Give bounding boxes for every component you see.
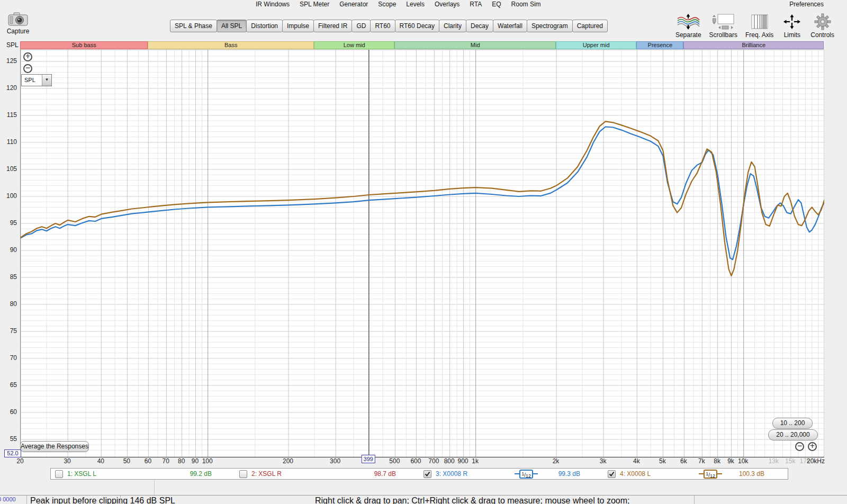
- menu-item-eq[interactable]: EQ: [492, 1, 501, 8]
- x-tick-label: 13k: [769, 457, 779, 465]
- tab-waterfall[interactable]: Waterfall: [493, 20, 527, 32]
- range-10-200-button[interactable]: 10 .. 200: [772, 418, 813, 429]
- smoothing-value: 1/12: [704, 470, 717, 479]
- y-zoom-out-button[interactable]: −: [23, 64, 32, 73]
- band-upper-mid: Upper mid: [556, 41, 636, 49]
- x-tick-label: 9k: [727, 457, 734, 465]
- menu-item-overlays[interactable]: Overlays: [435, 1, 459, 8]
- scrollbars-button[interactable]: Scrollbars: [709, 13, 737, 39]
- y-zoom-in-button[interactable]: +: [23, 52, 32, 61]
- x-tick-label: 7k: [698, 457, 705, 465]
- legend-measurement-name: 3: X0008 R: [436, 470, 467, 478]
- x-tick-label: 2k: [553, 457, 560, 465]
- controls-button[interactable]: Controls: [810, 13, 834, 39]
- x-tick-label: 800: [444, 457, 455, 465]
- capture-button[interactable]: Capture: [3, 12, 33, 35]
- tab-rt60-decay[interactable]: RT60 Decay: [395, 20, 439, 32]
- chevron-down-icon[interactable]: ▼: [42, 75, 51, 86]
- checkbox-unchecked[interactable]: [55, 470, 63, 478]
- x-tick-label: 70: [163, 457, 169, 465]
- x-tick-label: 20kHz: [807, 457, 825, 465]
- band-bass: Bass: [148, 41, 314, 49]
- x-tick-label: 300: [330, 457, 340, 465]
- menu-item-spl-meter[interactable]: SPL Meter: [300, 1, 329, 8]
- check-icon: [608, 471, 615, 478]
- x-tick-label: 30: [64, 457, 70, 465]
- y-tick-label: 75: [0, 327, 17, 335]
- scrollbars-label: Scrollbars: [709, 31, 737, 39]
- x-tick-label: 600: [410, 457, 421, 465]
- limits-icon: [781, 13, 803, 30]
- legend-item-3-x0008-r: 3: X0008 R1/1299.3 dB: [419, 469, 603, 479]
- menu-item-ir-windows[interactable]: IR Windows: [256, 1, 290, 8]
- trace-line-right: [717, 473, 722, 474]
- x-tick-label: 6k: [680, 457, 687, 465]
- freq-axis-label: Freq. Axis: [745, 31, 773, 39]
- range-20-20000-button[interactable]: 20 .. 20,000: [768, 429, 818, 440]
- band-low-mid: Low mid: [314, 41, 394, 49]
- checkbox-checked[interactable]: [424, 470, 431, 478]
- tab-filtered-ir[interactable]: Filtered IR: [313, 20, 352, 32]
- separate-label: Separate: [675, 31, 701, 39]
- x-tick-label: 100: [202, 457, 213, 465]
- limits-button[interactable]: Limits: [781, 13, 803, 39]
- smoothing-badge[interactable]: 1/12: [515, 470, 538, 479]
- trace-line-left: [699, 473, 704, 474]
- legend-measurement-name: 4: X0008 L: [620, 470, 651, 478]
- freq-axis-button[interactable]: Freq. Axis: [745, 13, 773, 39]
- y-tick-label: 65: [0, 381, 17, 389]
- band-presence: Presence: [636, 41, 683, 49]
- menu-item-levels[interactable]: Levels: [406, 1, 425, 8]
- tab-gd[interactable]: GD: [352, 20, 371, 32]
- checkbox-unchecked[interactable]: [239, 470, 247, 478]
- menu-item-rta[interactable]: RTA: [470, 1, 482, 8]
- limits-label: Limits: [784, 31, 800, 39]
- y-tick-label: 115: [0, 111, 17, 119]
- menu-item-scope[interactable]: Scope: [378, 1, 396, 8]
- y-tick-label: 125: [0, 57, 17, 65]
- graph-toolbar: Separate Scrollbars: [675, 13, 834, 39]
- x-tick-label: 1k: [472, 457, 479, 465]
- tab-spectrogram[interactable]: Spectrogram: [527, 20, 573, 32]
- legend-measurement-name: 1: XSGL L: [67, 470, 96, 478]
- status-peak-input: Peak input before clipping 146 dB SPL: [30, 496, 175, 504]
- x-tick-label: 60: [145, 457, 151, 465]
- tab-captured[interactable]: Captured: [572, 20, 608, 32]
- tab-spl-phase[interactable]: SPL & Phase: [170, 20, 217, 32]
- legend-item-4-x0008-l: 4: X0008 L1/12100.3 dB: [603, 469, 788, 479]
- status-counter: 0 0000: [0, 496, 16, 502]
- y-tick-label: 105: [0, 165, 17, 173]
- legend-cursor-value: 98.7 dB: [365, 470, 396, 478]
- x-tick-label: 900: [458, 457, 468, 465]
- gear-icon: [814, 13, 832, 30]
- separate-button[interactable]: Separate: [675, 13, 701, 39]
- tab-impulse[interactable]: Impulse: [282, 20, 314, 32]
- spl-plot-area[interactable]: [20, 49, 824, 457]
- smoothing-badge[interactable]: 1/12: [699, 470, 722, 479]
- checkbox-checked[interactable]: [608, 470, 616, 478]
- y-tick-label: 60: [0, 408, 17, 416]
- menu-item-room-sim[interactable]: Room Sim: [511, 1, 541, 8]
- trace-line-right: [533, 473, 538, 474]
- x-zoom-in-button[interactable]: +: [808, 442, 817, 451]
- tab-decay[interactable]: Decay: [466, 20, 493, 32]
- legend-cursor-value: 100.3 dB: [734, 470, 764, 478]
- tab-all-spl[interactable]: All SPL: [217, 20, 247, 32]
- y-axis-min-field[interactable]: 52.0: [4, 449, 21, 457]
- smoothing-value: 1/12: [519, 470, 533, 479]
- average-responses-button[interactable]: Average the Responses: [20, 441, 89, 452]
- x-zoom-out-button[interactable]: −: [795, 442, 804, 451]
- tab-distortion[interactable]: Distortion: [246, 20, 283, 32]
- menu-item-generator[interactable]: Generator: [339, 1, 368, 8]
- tab-rt60[interactable]: RT60: [370, 20, 395, 32]
- cursor-frequency-readout: 399: [362, 455, 375, 463]
- spl-axis-dropdown[interactable]: SPL ▼: [21, 74, 52, 86]
- legend-cursor-value: 99.2 dB: [181, 470, 212, 478]
- x-tick-label: 700: [428, 457, 439, 465]
- status-separator: [120, 496, 121, 504]
- spl-axis-dropdown-value: SPL: [22, 75, 42, 86]
- menu-item-preferences[interactable]: Preferences: [789, 1, 824, 8]
- frequency-band-header: Sub bassBassLow midMidUpper midPresenceB…: [0, 41, 847, 49]
- tab-clarity[interactable]: Clarity: [439, 20, 466, 32]
- band-brilliance: Brilliance: [683, 41, 824, 49]
